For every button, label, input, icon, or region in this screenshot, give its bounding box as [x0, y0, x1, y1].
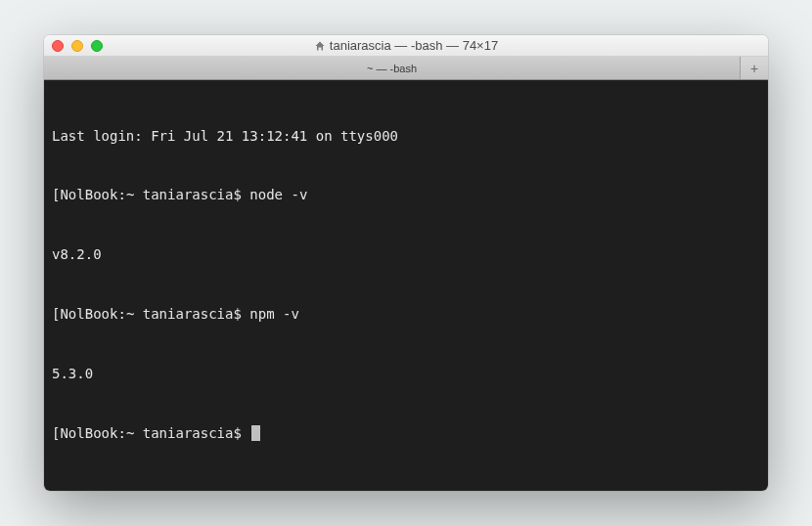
cursor-block	[251, 425, 260, 441]
command-text: node -v	[249, 187, 307, 202]
prompt-symbol: $	[233, 306, 241, 322]
prompt-host: NolBook:	[60, 425, 125, 441]
window-title: taniarascia — -bash — 74×17	[52, 38, 760, 53]
close-button[interactable]	[52, 40, 64, 52]
prompt-path: ~ taniarascia	[126, 425, 234, 441]
tab-label: ~ — -bash	[367, 63, 417, 74]
prompt-line: [NolBook:~ taniarascia$ node -v	[52, 185, 760, 204]
tab-active[interactable]: ~ — -bash	[44, 57, 741, 79]
titlebar[interactable]: taniarascia — -bash — 74×17	[44, 35, 768, 57]
minimize-button[interactable]	[71, 40, 83, 52]
output-line: v8.2.0	[52, 244, 760, 264]
prompt-line: [NolBook:~ taniarascia$	[52, 423, 760, 443]
maximize-button[interactable]	[91, 40, 103, 52]
last-login-line: Last login: Fri Jul 21 13:12:41 on ttys0…	[52, 126, 760, 146]
prompt-line: [NolBook:~ taniarascia$ npm -v	[52, 304, 760, 324]
prompt-host: NolBook:	[60, 306, 125, 322]
prompt-symbol: $	[233, 425, 241, 441]
traffic-lights	[52, 40, 103, 52]
plus-icon: +	[750, 61, 758, 76]
prompt-path: ~ taniarascia	[126, 187, 234, 202]
home-icon	[314, 40, 326, 52]
terminal-window: taniarascia — -bash — 74×17 ~ — -bash + …	[44, 35, 768, 491]
prompt-symbol: $	[233, 187, 241, 202]
prompt-host: NolBook:	[60, 187, 125, 202]
tabbar: ~ — -bash +	[44, 57, 768, 80]
command-text: npm -v	[249, 306, 299, 322]
output-line: 5.3.0	[52, 364, 760, 383]
terminal-body[interactable]: Last login: Fri Jul 21 13:12:41 on ttys0…	[44, 80, 768, 491]
window-title-text: taniarascia — -bash — 74×17	[330, 38, 498, 53]
prompt-path: ~ taniarascia	[126, 306, 234, 322]
new-tab-button[interactable]: +	[741, 57, 768, 79]
